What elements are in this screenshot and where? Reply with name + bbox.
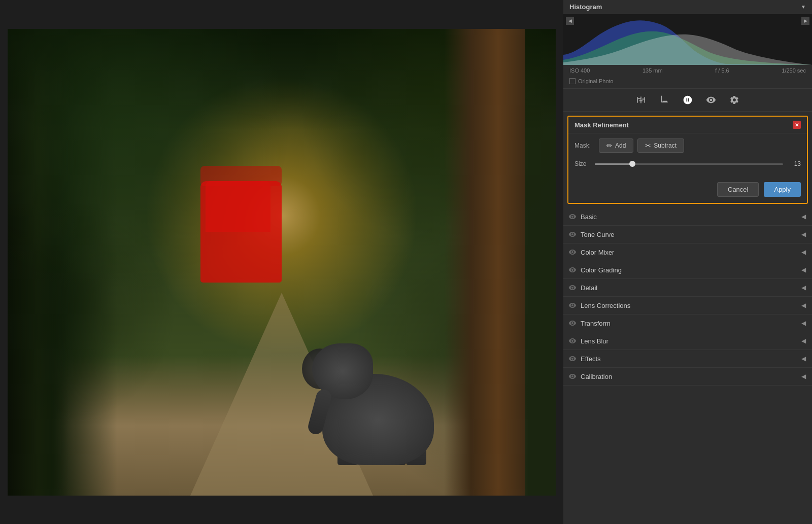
adj-eye-effects[interactable] bbox=[568, 355, 577, 363]
adj-left-color-mixer: Color Mixer bbox=[568, 248, 614, 256]
masking-tool-icon[interactable] bbox=[704, 93, 718, 107]
adj-arrow-tone-curve: ◀ bbox=[801, 231, 806, 238]
iso-value: ISO 400 bbox=[569, 67, 590, 74]
apply-button[interactable]: Apply bbox=[764, 182, 801, 197]
adj-name-lens-blur: Lens Blur bbox=[581, 337, 608, 345]
mask-add-label: Add bbox=[615, 142, 626, 149]
svg-rect-5 bbox=[644, 97, 645, 103]
focal-length: 135 mm bbox=[642, 67, 663, 74]
vehicle-mask-overlay bbox=[200, 181, 282, 283]
photo-container bbox=[8, 29, 556, 496]
adj-item-transform[interactable]: Transform ◀ bbox=[563, 315, 812, 332]
svg-rect-6 bbox=[642, 99, 646, 100]
adj-item-lens-blur[interactable]: Lens Blur ◀ bbox=[563, 332, 812, 350]
shutter-speed: 1/250 sec bbox=[782, 67, 806, 74]
svg-rect-1 bbox=[637, 97, 638, 103]
mask-refinement-panel: Mask Refinement ✕ Mask: ✏ Add ✂ Subtract… bbox=[567, 116, 808, 204]
mask-refinement-close-button[interactable]: ✕ bbox=[793, 121, 801, 129]
mask-refinement-title: Mask Refinement bbox=[574, 121, 629, 129]
adj-name-detail: Detail bbox=[581, 284, 597, 292]
adj-arrow-lens-corrections: ◀ bbox=[801, 302, 806, 309]
crop-icon bbox=[659, 95, 669, 105]
size-label: Size bbox=[574, 160, 590, 167]
adj-item-effects[interactable]: Effects ◀ bbox=[563, 350, 812, 368]
size-slider-row: Size 13 bbox=[574, 159, 801, 169]
elephant bbox=[312, 333, 454, 465]
adj-eye-basic[interactable] bbox=[568, 213, 577, 221]
size-slider-track bbox=[595, 163, 783, 165]
mask-subtract-button[interactable]: ✂ Subtract bbox=[637, 138, 684, 153]
original-photo-label: Original Photo bbox=[578, 78, 614, 84]
adj-eye-lens-corrections[interactable] bbox=[568, 301, 577, 309]
adj-eye-tone-curve[interactable] bbox=[568, 230, 577, 238]
adjustments-tool-icon[interactable] bbox=[634, 93, 648, 107]
tool-icons-row bbox=[563, 89, 812, 112]
gear-icon bbox=[729, 95, 739, 105]
adj-item-basic[interactable]: Basic ◀ bbox=[563, 208, 812, 226]
adj-left-transform: Transform bbox=[568, 319, 611, 327]
adj-item-tone-curve[interactable]: Tone Curve ◀ bbox=[563, 226, 812, 243]
subtract-brush-icon: ✂ bbox=[645, 142, 651, 150]
histogram-scroll-right[interactable]: ▶ bbox=[801, 17, 809, 25]
adj-eye-transform[interactable] bbox=[568, 319, 577, 327]
adj-eye-color-mixer[interactable] bbox=[568, 248, 577, 256]
heal-tool-icon[interactable] bbox=[681, 93, 695, 107]
adj-left-effects: Effects bbox=[568, 355, 601, 363]
adj-name-transform: Transform bbox=[581, 320, 611, 327]
adj-left-basic: Basic bbox=[568, 213, 597, 221]
mask-add-button[interactable]: ✏ Add bbox=[599, 138, 633, 153]
adj-item-calibration[interactable]: Calibration ◀ bbox=[563, 368, 812, 386]
adj-left-tone-curve: Tone Curve bbox=[568, 230, 614, 238]
adj-arrow-color-mixer: ◀ bbox=[801, 249, 806, 256]
adj-left-color-grading: Color Grading bbox=[568, 266, 622, 274]
adj-name-calibration: Calibration bbox=[581, 373, 612, 380]
size-slider-fill bbox=[595, 163, 632, 165]
size-slider-thumb[interactable] bbox=[629, 161, 635, 167]
adj-eye-color-grading[interactable] bbox=[568, 266, 577, 274]
svg-rect-2 bbox=[637, 98, 641, 99]
histogram-graph: ◀ ▶ bbox=[563, 14, 812, 65]
adj-name-color-mixer: Color Mixer bbox=[581, 249, 614, 256]
adj-arrow-effects: ◀ bbox=[801, 355, 806, 362]
adj-arrow-transform: ◀ bbox=[801, 320, 806, 327]
mask-refinement-header: Mask Refinement ✕ bbox=[568, 117, 807, 133]
histogram-header: Histogram ▼ bbox=[563, 0, 812, 14]
settings-tool-icon[interactable] bbox=[727, 93, 741, 107]
close-x-icon: ✕ bbox=[795, 122, 799, 128]
photo-area bbox=[0, 0, 563, 524]
adj-item-detail[interactable]: Detail ◀ bbox=[563, 279, 812, 297]
size-value: 13 bbox=[788, 160, 801, 167]
adj-name-basic: Basic bbox=[581, 213, 597, 221]
mask-add-subtract-row: Mask: ✏ Add ✂ Subtract bbox=[574, 138, 801, 153]
adj-eye-calibration[interactable] bbox=[568, 372, 577, 380]
histogram-collapse-arrow[interactable]: ▼ bbox=[801, 4, 806, 10]
adj-eye-lens-blur[interactable] bbox=[568, 337, 577, 345]
histogram-svg bbox=[563, 14, 812, 65]
cancel-button[interactable]: Cancel bbox=[717, 182, 759, 197]
adj-left-lens-corrections: Lens Corrections bbox=[568, 301, 630, 309]
histogram-scroll-left[interactable]: ◀ bbox=[566, 17, 574, 25]
adj-name-effects: Effects bbox=[581, 355, 601, 363]
tree-right bbox=[444, 29, 525, 496]
original-photo-checkbox[interactable] bbox=[569, 78, 576, 84]
add-brush-icon: ✏ bbox=[606, 142, 613, 150]
adj-item-color-grading[interactable]: Color Grading ◀ bbox=[563, 261, 812, 279]
adj-name-color-grading: Color Grading bbox=[581, 266, 622, 274]
svg-rect-4 bbox=[639, 100, 643, 101]
adj-arrow-calibration: ◀ bbox=[801, 373, 806, 380]
adjustments-list: Basic ◀ Tone Curve ◀ Color M bbox=[563, 208, 812, 524]
adj-name-lens-corrections: Lens Corrections bbox=[581, 302, 630, 309]
mask-label: Mask: bbox=[574, 142, 595, 149]
histogram-section: Histogram ▼ ◀ ▶ ISO 400 135 mm f / 5.6 1… bbox=[563, 0, 812, 89]
red-selection-overlay bbox=[200, 181, 282, 283]
histogram-original-row: Original Photo bbox=[563, 76, 812, 88]
adj-arrow-color-grading: ◀ bbox=[801, 266, 806, 273]
adj-left-detail: Detail bbox=[568, 284, 597, 292]
adj-left-lens-blur: Lens Blur bbox=[568, 337, 608, 345]
adj-arrow-detail: ◀ bbox=[801, 284, 806, 291]
mask-action-row: Cancel Apply bbox=[568, 178, 807, 203]
adj-eye-detail[interactable] bbox=[568, 284, 577, 292]
adj-item-color-mixer[interactable]: Color Mixer ◀ bbox=[563, 243, 812, 261]
adj-item-lens-corrections[interactable]: Lens Corrections ◀ bbox=[563, 297, 812, 315]
crop-tool-icon[interactable] bbox=[657, 93, 671, 107]
